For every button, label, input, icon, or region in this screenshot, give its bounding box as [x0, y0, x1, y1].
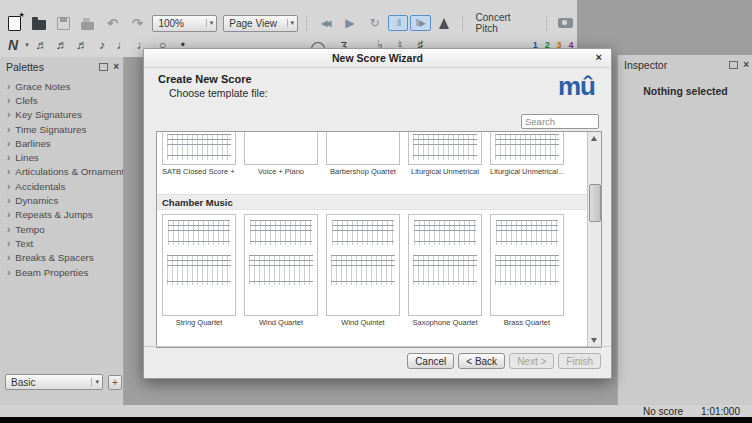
scroll-up-icon[interactable] — [591, 136, 597, 141]
palette-item-label: Articulations & Ornaments — [15, 166, 123, 177]
next-button[interactable]: Next > — [509, 353, 554, 369]
palette-item[interactable]: Lines — [0, 150, 123, 164]
dialog-titlebar[interactable]: New Score Wizard × — [144, 49, 611, 68]
close-icon[interactable]: × — [113, 62, 119, 72]
template-thumbnail — [490, 214, 564, 316]
template-card[interactable]: Liturgical Unmetrical — [408, 132, 482, 176]
template-label: String Quartet — [162, 318, 236, 327]
play-icon: ▶ — [345, 16, 354, 30]
staff-preview — [167, 134, 231, 160]
dropdown-caret-icon[interactable]: ▾ — [22, 35, 31, 55]
dialog-heading: Create New Score — [158, 73, 252, 85]
musescore-logo: mû — [558, 71, 595, 102]
palette-item[interactable]: Articulations & Ornaments — [0, 165, 123, 179]
save-button[interactable] — [52, 14, 75, 32]
staff-preview — [413, 134, 477, 160]
template-label: Voice + Piano — [244, 167, 318, 176]
status-bar: No score 1:01:000 — [0, 405, 752, 417]
palette-item[interactable]: Barlines — [0, 136, 123, 150]
finish-button[interactable]: Finish — [558, 353, 601, 369]
redo-button[interactable]: ↷ — [126, 14, 149, 32]
workspace-select[interactable]: Basic ▾ — [5, 374, 103, 390]
template-thumbnail — [490, 132, 564, 165]
print-icon — [81, 22, 94, 30]
template-list: SATB Closed Score + Piano Voice + Piano … — [156, 131, 602, 348]
dialog-title: New Score Wizard — [332, 52, 423, 64]
back-button[interactable]: < Back — [458, 353, 505, 369]
dialog-buttons: Cancel < Back Next > Finish — [407, 353, 601, 369]
template-label: Brass Quartet — [490, 318, 564, 327]
template-card[interactable]: Wind Quartet — [244, 214, 318, 327]
palette-list: Grace Notes Clefs Key Signatures Time Si… — [0, 79, 123, 279]
undock-icon[interactable] — [99, 63, 108, 71]
undock-icon[interactable] — [729, 61, 738, 69]
template-card[interactable]: Barbershop Quartet — [326, 132, 400, 176]
concert-pitch-toggle[interactable]: Concert Pitch — [470, 12, 541, 34]
note-quarter-icon[interactable]: ♩ — [112, 35, 132, 55]
palette-item-label: Repeats & Jumps — [15, 209, 92, 220]
palette-item[interactable]: Accidentals — [0, 179, 123, 193]
template-thumbnail — [162, 214, 236, 316]
scroll-down-icon[interactable] — [591, 338, 597, 343]
pan-playback-icon: ‖▶ — [415, 18, 426, 28]
palette-item[interactable]: Time Signatures — [0, 122, 123, 136]
palette-item[interactable]: Text — [0, 236, 123, 250]
view-mode-value: Page View — [229, 18, 282, 29]
note-16th-icon[interactable]: ♬ — [72, 35, 92, 55]
metronome-icon — [439, 18, 449, 29]
print-button[interactable] — [77, 14, 100, 32]
palette-item[interactable]: Key Signatures — [0, 108, 123, 122]
palette-item[interactable]: Dynamics — [0, 193, 123, 207]
palette-item-label: Barlines — [15, 138, 50, 149]
pan-playback-button[interactable]: ‖▶ — [410, 15, 431, 31]
metronome-button[interactable] — [433, 14, 456, 32]
palette-item[interactable]: Breaks & Spacers — [0, 251, 123, 265]
open-file-button[interactable] — [28, 14, 51, 32]
staff-preview — [495, 134, 559, 160]
loop-playback-button[interactable]: ↻ — [363, 14, 386, 32]
rewind-button[interactable]: ◀◀ — [314, 14, 337, 32]
redo-icon: ↷ — [132, 16, 143, 31]
template-card[interactable]: Saxophone Quartet — [408, 214, 482, 327]
rewind-icon: ◀◀ — [321, 19, 329, 28]
template-card[interactable]: Brass Quartet — [490, 214, 564, 327]
play-button[interactable]: ▶ — [339, 14, 362, 32]
play-repeats-icon: :‖ — [395, 18, 401, 28]
zoom-select[interactable]: 100% ▾ — [152, 15, 217, 32]
palette-item[interactable]: Clefs — [0, 93, 123, 107]
template-card[interactable]: Liturgical Unmetrical... — [490, 132, 564, 176]
palette-item[interactable]: Tempo — [0, 222, 123, 236]
dialog-close-button[interactable]: × — [596, 52, 602, 63]
template-card[interactable]: Wind Quintet — [326, 214, 400, 327]
template-card[interactable]: SATB Closed Score + Piano — [162, 132, 236, 176]
play-repeats-button[interactable]: :‖ — [388, 15, 409, 31]
note-eighth-icon[interactable]: ♪ — [92, 35, 112, 55]
palette-item-label: Breaks & Spacers — [15, 252, 93, 263]
cancel-button[interactable]: Cancel — [407, 353, 454, 369]
chevron-down-icon: ▾ — [287, 19, 295, 27]
scrollbar-thumb[interactable] — [589, 184, 601, 222]
template-label: Wind Quartet — [244, 318, 318, 327]
score-status: No score — [643, 406, 683, 417]
palette-item[interactable]: Beam Properties — [0, 265, 123, 279]
template-thumbnail — [408, 132, 482, 165]
template-card[interactable]: String Quartet — [162, 214, 236, 327]
note-input-icon[interactable]: N — [4, 35, 22, 55]
note-64th-icon[interactable]: ♬ — [32, 35, 52, 55]
view-mode-select[interactable]: Page View ▾ — [223, 15, 298, 32]
template-list-scrollbar[interactable] — [587, 132, 601, 347]
note-32nd-icon[interactable]: ♬ — [52, 35, 72, 55]
close-icon[interactable]: × — [743, 60, 749, 70]
inspector-header: Inspector × — [618, 55, 752, 73]
undo-button[interactable]: ↶ — [101, 14, 124, 32]
palette-item[interactable]: Repeats & Jumps — [0, 208, 123, 222]
image-capture-button[interactable] — [554, 14, 577, 32]
section-header: Chamber Music — [157, 194, 601, 210]
template-card[interactable]: Voice + Piano — [244, 132, 318, 176]
palette-item-label: Tempo — [15, 224, 44, 235]
search-input[interactable] — [521, 114, 599, 129]
palettes-header: Palettes × — [0, 57, 123, 75]
add-workspace-button[interactable]: + — [108, 375, 122, 390]
new-score-button[interactable] — [3, 14, 26, 32]
palette-item[interactable]: Grace Notes — [0, 79, 123, 93]
